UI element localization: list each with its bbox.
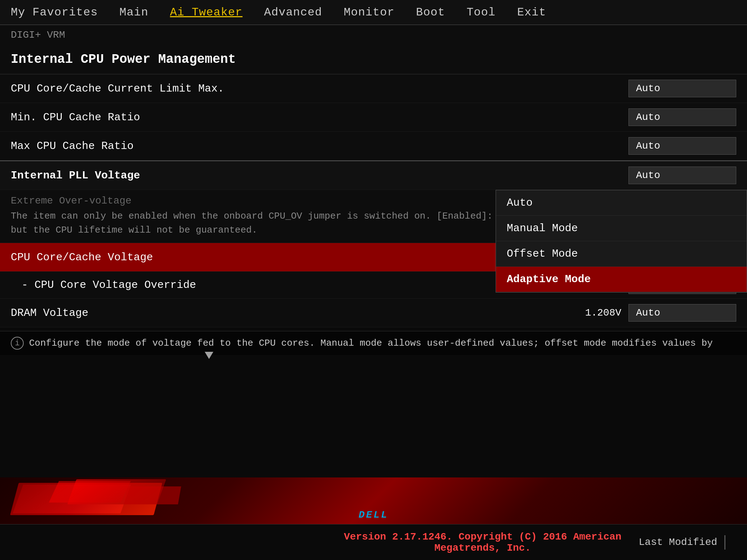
voltage-mode-dropdown[interactable]: Auto Manual Mode Offset Mode Adaptive Mo… — [496, 190, 747, 293]
setting-max-cache-ratio[interactable]: Max CPU Cache Ratio Auto — [0, 132, 747, 160]
pll-voltage-label: Internal PLL Voltage — [11, 169, 628, 182]
nav-my-favorites[interactable]: My Favorites — [11, 6, 98, 19]
nav-main[interactable]: Main — [119, 6, 148, 19]
dram-voltage-control[interactable]: Auto — [628, 304, 736, 322]
info-bar: i Configure the mode of voltage fed to t… — [0, 331, 747, 355]
nav-monitor[interactable]: Monitor — [344, 6, 394, 19]
setting-min-cache-ratio[interactable]: Min. CPU Cache Ratio Auto — [0, 103, 747, 132]
setting-control-cpu-current-limit[interactable]: Auto — [628, 80, 736, 97]
dram-voltage-value: 1.208V — [578, 307, 621, 318]
setting-label-cpu-current-limit: CPU Core/Cache Current Limit Max. — [11, 83, 628, 95]
setting-label-max-cache-ratio: Max CPU Cache Ratio — [11, 140, 628, 152]
info-text: Configure the mode of voltage fed to the… — [29, 338, 713, 349]
nav-ai-tweaker[interactable]: Ai Tweaker — [170, 6, 242, 19]
pll-voltage-control[interactable]: Auto — [628, 167, 736, 184]
dropdown-item-manual[interactable]: Manual Mode — [496, 216, 747, 241]
dell-logo: DELL — [358, 509, 388, 521]
footer-divider — [724, 535, 725, 550]
setting-control-min-cache-ratio[interactable]: Auto — [628, 108, 736, 126]
nav-advanced[interactable]: Advanced — [264, 6, 322, 19]
dropdown-item-auto[interactable]: Auto — [496, 190, 747, 216]
footer-version: Version 2.17.1246. Copyright (C) 2016 Am… — [326, 531, 639, 554]
section-title: Internal CPU Power Management — [0, 45, 747, 74]
setting-label-min-cache-ratio: Min. CPU Cache Ratio — [11, 111, 628, 123]
main-content: CPU Core/Cache Current Limit Max. Auto M… — [0, 74, 747, 327]
cpu-cache-voltage-label: CPU Core/Cache Voltage — [11, 251, 578, 263]
footer: Version 2.17.1246. Copyright (C) 2016 Am… — [0, 524, 747, 560]
info-icon: i — [11, 337, 24, 350]
nav-boot[interactable]: Boot — [416, 6, 445, 19]
nav-exit[interactable]: Exit — [517, 6, 546, 19]
setting-cpu-current-limit[interactable]: CPU Core/Cache Current Limit Max. Auto — [0, 74, 747, 103]
setting-pll-voltage[interactable]: Internal PLL Voltage Auto — [0, 161, 747, 190]
digi-vrm-label: DIGI+ VRM — [0, 25, 747, 45]
dropdown-item-adaptive[interactable]: Adaptive Mode — [496, 267, 747, 292]
dropdown-item-offset[interactable]: Offset Mode — [496, 241, 747, 267]
extreme-overvoltage-section: Extreme Over-voltage The item can only b… — [0, 190, 747, 243]
nav-bar: My Favorites Main Ai Tweaker Advanced Mo… — [0, 0, 747, 25]
footer-last-modified: Last Modified — [639, 537, 717, 548]
setting-dram-voltage[interactable]: DRAM Voltage 1.208V Auto — [0, 299, 747, 327]
dram-voltage-label: DRAM Voltage — [11, 307, 578, 319]
setting-control-max-cache-ratio[interactable]: Auto — [628, 137, 736, 155]
nav-tool[interactable]: Tool — [467, 6, 496, 19]
